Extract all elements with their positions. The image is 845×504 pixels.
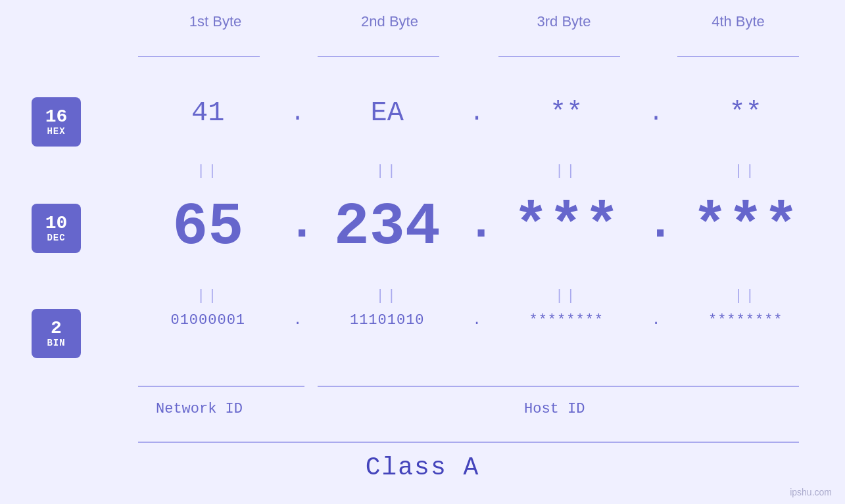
eq6: || [308, 288, 468, 304]
bracket-network [138, 386, 304, 387]
dec-dot-2: . [467, 197, 487, 258]
hex-dot-1: . [288, 100, 308, 127]
col-header-2: 2nd Byte [302, 13, 477, 30]
bin-byte4: ******** [666, 312, 826, 329]
bin-row: 01000001 . 11101010 . ******** . *******… [128, 312, 825, 329]
equals-dec-bin: || || || || [128, 288, 825, 304]
host-id-label: Host ID [524, 401, 585, 417]
badge-bin-label: BIN [47, 338, 65, 348]
bin-dot-1: . [288, 312, 308, 329]
eq-dot6 [646, 288, 666, 304]
eq-dot3 [646, 163, 666, 179]
bracket-line-2 [318, 56, 439, 57]
eq-dot2 [467, 163, 487, 179]
eq2: || [308, 163, 468, 179]
column-headers: 1st Byte 2nd Byte 3rd Byte 4th Byte [128, 13, 825, 30]
dec-dot-3: . [646, 197, 666, 258]
eq-dot1 [288, 163, 308, 179]
dec-row: 65 . 234 . *** . *** [128, 194, 825, 261]
eq1: || [128, 163, 288, 179]
bin-dot-2: . [467, 312, 487, 329]
badge-hex-number: 16 [45, 108, 68, 126]
dec-dot-1: . [288, 197, 308, 258]
dec-byte1: 65 [128, 194, 288, 261]
eq7: || [487, 288, 646, 304]
hex-byte2: EA [308, 97, 468, 129]
badge-hex: 16 HEX [32, 97, 81, 147]
dec-byte3: *** [487, 194, 646, 261]
bracket-line-1 [138, 56, 260, 57]
bin-byte3: ******** [487, 312, 646, 329]
dec-byte2: 234 [308, 194, 468, 261]
network-id-label: Network ID [156, 401, 243, 417]
eq3: || [487, 163, 646, 179]
bracket-line-4 [677, 56, 799, 57]
eq-dot5 [467, 288, 487, 304]
eq5: || [128, 288, 288, 304]
bracket-line-3 [498, 56, 620, 57]
hex-dot-2: . [467, 100, 487, 127]
eq8: || [666, 288, 826, 304]
eq4: || [666, 163, 826, 179]
badge-dec-label: DEC [47, 233, 65, 243]
hex-byte3: ** [487, 97, 646, 129]
equals-hex-dec: || || || || [128, 163, 825, 179]
class-bracket [138, 442, 799, 443]
col-header-4: 4th Byte [651, 13, 825, 30]
hex-dot-3: . [646, 100, 666, 127]
watermark: ipshu.com [790, 487, 832, 497]
eq-dot4 [288, 288, 308, 304]
col-header-3: 3rd Byte [477, 13, 651, 30]
badge-bin: 2 BIN [32, 309, 81, 358]
bin-dot-3: . [646, 312, 666, 329]
dec-byte4: *** [666, 194, 826, 261]
bin-byte2: 11101010 [308, 312, 468, 329]
hex-row: 41 . EA . ** . ** [128, 97, 825, 129]
hex-byte1: 41 [128, 97, 288, 129]
bracket-host [318, 386, 799, 387]
badge-dec-number: 10 [45, 214, 68, 233]
hex-byte4: ** [666, 97, 826, 129]
class-label: Class A [366, 453, 480, 482]
badge-bin-number: 2 [51, 319, 62, 338]
badge-hex-label: HEX [47, 126, 65, 137]
badge-dec: 10 DEC [32, 204, 81, 253]
bin-byte1: 01000001 [128, 312, 288, 329]
main-container: 1st Byte 2nd Byte 3rd Byte 4th Byte 16 H… [0, 0, 845, 504]
col-header-1: 1st Byte [128, 13, 302, 30]
